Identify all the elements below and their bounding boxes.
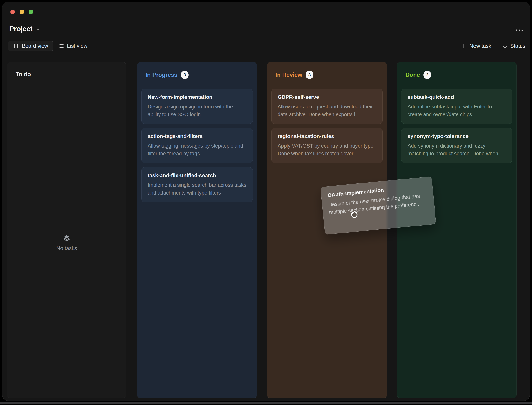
column-title: In Review [276, 72, 302, 78]
column-header: Done 2 [406, 71, 508, 79]
task-card[interactable]: task-and-file-unified-search Implement a… [141, 167, 253, 202]
new-task-label: New task [469, 43, 491, 49]
chevron-down-icon [35, 27, 40, 32]
column-title: In Progress [145, 72, 177, 78]
close-button[interactable] [10, 10, 15, 14]
task-card-description: Apply VAT/GST by country and buyer type.… [278, 142, 376, 158]
task-card-title: regional-taxation-rules [278, 133, 376, 139]
list-view-button[interactable]: List view [53, 41, 92, 51]
task-card-title: subtask-quick-add [407, 94, 506, 100]
list-view-label: List view [67, 43, 87, 49]
column-title: To do [16, 71, 31, 78]
task-card[interactable]: synonym-typo-tolerance Add synonym dicti… [401, 128, 512, 163]
task-card[interactable]: New-form-implementation Design a sign up… [141, 89, 253, 124]
column-count-badge: 2 [423, 71, 431, 79]
project-title-dropdown[interactable]: Project [9, 25, 40, 33]
task-card-description: Implement a single search bar across tas… [148, 181, 246, 197]
page-title: Project [9, 25, 33, 33]
dock-strip [0, 402, 532, 404]
list-icon [58, 43, 64, 49]
toolbar-actions: New task Status [461, 41, 525, 51]
task-card-title: New-form-implementation [148, 94, 246, 100]
task-card[interactable]: action-tags-and-filters Allow tagging me… [141, 128, 253, 163]
column-count-badge: 3 [306, 71, 314, 79]
more-menu-button[interactable] [515, 28, 523, 33]
arrow-down-icon [502, 43, 508, 49]
card-list: GDPR-self-serve Allow users to request a… [271, 89, 383, 163]
task-card-title: action-tags-and-filters [148, 133, 246, 139]
task-card-description: Add inline subtask input with Enter-to-c… [407, 103, 506, 118]
column-header: In Progress 3 [145, 71, 249, 79]
task-card-title: GDPR-self-serve [278, 94, 376, 100]
view-switcher: Board view List view [8, 41, 92, 51]
column-header: In Review 3 [276, 71, 379, 79]
empty-state: No tasks [7, 234, 126, 251]
status-label: Status [510, 43, 525, 49]
card-list: New-form-implementation Design a sign up… [141, 89, 253, 202]
minimize-button[interactable] [20, 10, 24, 14]
board-view-label: Board view [22, 43, 48, 49]
column-done: Done 2 subtask-quick-add Add inline subt… [397, 62, 517, 398]
zoom-button[interactable] [29, 10, 33, 14]
new-task-button[interactable]: New task [461, 43, 491, 49]
column-title: Done [406, 72, 420, 78]
status-sort-button[interactable]: Status [502, 43, 525, 49]
app-window: Project Board view List view New task St… [2, 1, 530, 401]
board-view-button[interactable]: Board view [8, 41, 53, 51]
column-header: To do [16, 71, 118, 78]
task-card[interactable]: subtask-quick-add Add inline subtask inp… [401, 89, 512, 124]
task-card-description: Allow users to request and download thei… [278, 103, 376, 118]
task-card-description: Allow tagging messages by step/topic and… [148, 142, 246, 158]
column-in-progress: In Progress 3 New-form-implementation De… [137, 62, 257, 398]
task-card-description: Add synonym dictionary and fuzzy matchin… [407, 142, 506, 158]
task-card-title: synonym-typo-tolerance [407, 133, 506, 139]
empty-state-label: No tasks [56, 245, 77, 251]
card-list: subtask-quick-add Add inline subtask inp… [401, 89, 512, 163]
column-todo: To do No tasks [7, 62, 126, 398]
task-card[interactable]: GDPR-self-serve Allow users to request a… [271, 89, 383, 124]
plus-icon [461, 43, 467, 49]
column-count-badge: 3 [181, 71, 189, 79]
task-card-title: task-and-file-unified-search [148, 172, 246, 179]
task-card-description: Design a sign up/sign in form with the a… [148, 103, 246, 118]
layers-icon [63, 234, 71, 242]
task-card[interactable]: regional-taxation-rules Apply VAT/GST by… [271, 128, 383, 163]
ellipsis-icon [515, 29, 523, 31]
kanban-icon [13, 43, 19, 49]
window-controls [10, 10, 33, 14]
